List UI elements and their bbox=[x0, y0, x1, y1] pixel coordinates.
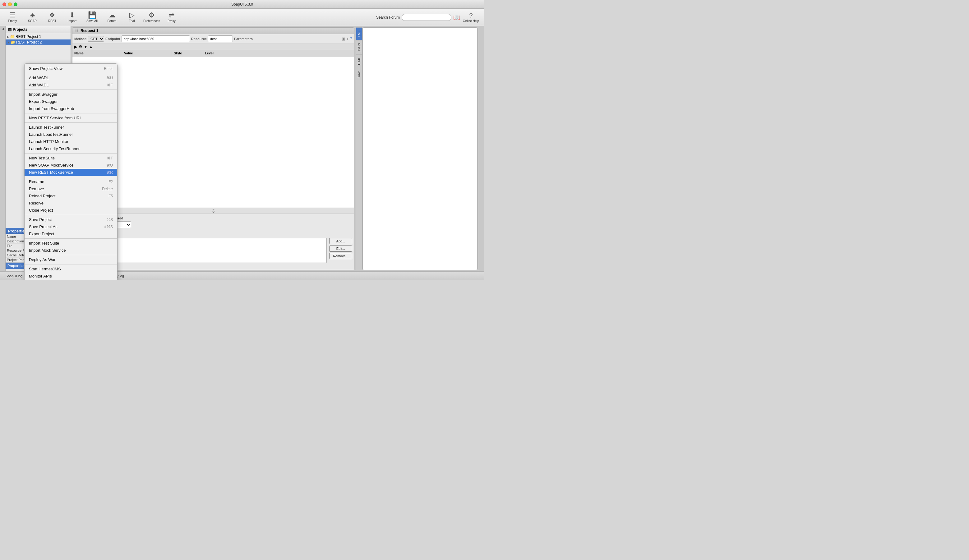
ctx-monitor-apis[interactable]: Monitor APIs bbox=[25, 273, 117, 280]
params-table-header: Name Value Style Level bbox=[72, 50, 354, 56]
run-icon[interactable]: ▶ bbox=[74, 45, 77, 49]
properties-tab-label: Properties bbox=[7, 264, 24, 268]
ctx-import-swagger-label: Import Swagger bbox=[29, 92, 113, 96]
toolbar-empty[interactable]: ☰ Empty bbox=[2, 10, 22, 25]
request-panel-titlebar: ⠿ Request 1 bbox=[72, 28, 354, 34]
vtab-xml[interactable]: XML bbox=[356, 28, 362, 40]
method-select[interactable]: GET bbox=[88, 36, 104, 42]
ctx-import-mock-service[interactable]: Import Mock Service bbox=[25, 247, 117, 254]
up-icon[interactable]: ▲ bbox=[89, 45, 93, 49]
forum-icon: ☁ bbox=[108, 12, 115, 19]
empty-label: Empty bbox=[8, 19, 17, 23]
nav-expand-icon[interactable]: ◀ bbox=[1, 27, 4, 30]
collapse-arrow[interactable]: ⇕ bbox=[211, 208, 215, 214]
toolbar-proxy[interactable]: ⇌ Proxy bbox=[162, 10, 181, 25]
search-book-icon[interactable]: 📖 bbox=[453, 14, 460, 21]
toolbar-trial[interactable]: ▷ Trial bbox=[122, 10, 142, 25]
request-panel-title: Request 1 bbox=[80, 28, 98, 33]
sidebar-item-rest-project-1[interactable]: ▶ 📁 REST Project 1 bbox=[6, 34, 71, 40]
ctx-deploy-as-war[interactable]: Deploy As War bbox=[25, 256, 117, 263]
ctx-new-testsuite[interactable]: New TestSuite ⌘T bbox=[25, 155, 117, 161]
preferences-icon: ⚙ bbox=[148, 12, 155, 19]
ctx-new-rest-mockservice-shortcut: ⌘R bbox=[106, 170, 113, 174]
ctx-add-wsdl[interactable]: Add WSDL ⌘U bbox=[25, 74, 117, 81]
ctx-export-project[interactable]: Export Project bbox=[25, 230, 117, 238]
param-add-icon[interactable]: + bbox=[346, 37, 349, 42]
vtab-json[interactable]: JSON bbox=[356, 40, 362, 54]
main-toolbar: ☰ Empty ◈ SOAP ❖ REST ⬇ Import 💾 Save Al… bbox=[0, 9, 484, 26]
toolbar-save-all[interactable]: 💾 Save All bbox=[82, 10, 102, 25]
preferences-label: Preferences bbox=[143, 19, 160, 23]
search-input[interactable] bbox=[402, 14, 451, 21]
ctx-launch-testrunner[interactable]: Launch TestRunner bbox=[25, 124, 117, 131]
ctx-new-testsuite-label: New TestSuite bbox=[29, 156, 107, 160]
param-help-icon[interactable]: ? bbox=[350, 37, 352, 42]
ctx-start-hermesjms[interactable]: Start HermesJMS bbox=[25, 265, 117, 273]
maximize-button[interactable] bbox=[14, 2, 17, 6]
ctx-show-project-view[interactable]: Show Project View Enter bbox=[25, 65, 117, 72]
vertical-tabs: XML JSON HTML Raw bbox=[356, 27, 363, 270]
endpoint-label: Endpoint bbox=[105, 37, 120, 41]
ctx-remove[interactable]: Remove Delete bbox=[25, 185, 117, 192]
help-icon: ? bbox=[469, 12, 473, 19]
ctx-reload-project[interactable]: Reload Project F5 bbox=[25, 192, 117, 199]
param-grid-icon[interactable]: ⊞ bbox=[342, 37, 345, 42]
ctx-separator-2 bbox=[25, 90, 117, 90]
ctx-save-project-as-label: Save Project As bbox=[29, 224, 103, 229]
toolbar-import[interactable]: ⬇ Import bbox=[62, 10, 82, 25]
close-button[interactable] bbox=[2, 2, 6, 6]
ctx-new-rest-service-from-uri[interactable]: New REST Service from URI bbox=[25, 115, 117, 121]
ctx-add-wadl[interactable]: Add WADL ⌘F bbox=[25, 81, 117, 88]
soap-label: SOAP bbox=[28, 19, 37, 23]
ctx-launch-security-testrunner-label: Launch Security TestRunner bbox=[29, 146, 113, 151]
help-label: Online Help bbox=[463, 19, 479, 23]
sidebar-item-rest-project-2[interactable]: ▼ 📁 REST Project 2 bbox=[6, 40, 71, 45]
sidebar-header: ▤ Projects bbox=[6, 26, 71, 33]
ctx-remove-label: Remove bbox=[29, 186, 102, 191]
minimize-button[interactable] bbox=[8, 2, 12, 6]
config-icon[interactable]: ⚙ bbox=[79, 45, 82, 49]
toolbar-preferences[interactable]: ⚙ Preferences bbox=[142, 10, 162, 25]
dropdown-icon[interactable]: ▼ bbox=[83, 45, 88, 49]
ctx-export-swagger-label: Export Swagger bbox=[29, 99, 113, 104]
param-action-icons: ⊞ + ? bbox=[342, 37, 352, 42]
ctx-resolve[interactable]: Resolve bbox=[25, 199, 117, 207]
ctx-launch-http-monitor[interactable]: Launch HTTP Monitor bbox=[25, 138, 117, 145]
trial-icon: ▷ bbox=[129, 12, 135, 19]
edit-button[interactable]: Edit... bbox=[329, 246, 352, 252]
ctx-save-project[interactable]: Save Project ⌘S bbox=[25, 216, 117, 223]
ctx-launch-security-testrunner[interactable]: Launch Security TestRunner bbox=[25, 145, 117, 152]
ctx-export-swagger[interactable]: Export Swagger bbox=[25, 98, 117, 105]
vtab-raw[interactable]: Raw bbox=[356, 69, 362, 81]
vtab-html[interactable]: HTML bbox=[356, 54, 362, 69]
ctx-new-rest-mockservice[interactable]: New REST MockService ⌘R bbox=[25, 169, 117, 176]
ctx-import-swagger[interactable]: Import Swagger bbox=[25, 91, 117, 98]
ctx-new-soap-mockservice[interactable]: New SOAP MockService ⌘O bbox=[25, 161, 117, 169]
remove-button[interactable]: Remove... bbox=[329, 253, 352, 259]
toolbar-forum[interactable]: ☁ Forum bbox=[102, 10, 122, 25]
toolbar-rest[interactable]: ❖ REST bbox=[42, 10, 62, 25]
ctx-reload-project-shortcut: F5 bbox=[108, 194, 113, 198]
ctx-import-from-swaggerhub[interactable]: Import from SwaggerHub bbox=[25, 105, 117, 112]
ctx-close-project[interactable]: Close Project bbox=[25, 207, 117, 214]
ctx-launch-loadtestrunner[interactable]: Launch LoadTestRunner bbox=[25, 131, 117, 138]
ctx-rename[interactable]: Rename F2 bbox=[25, 178, 117, 185]
trial-label: Trial bbox=[129, 19, 135, 23]
ctx-save-project-as[interactable]: Save Project As ⇧⌘S bbox=[25, 223, 117, 230]
panel-grip-icon: ⠿ bbox=[75, 28, 78, 33]
tree-expand-icon: ▶ bbox=[7, 35, 9, 38]
endpoint-input[interactable] bbox=[122, 35, 190, 42]
ctx-separator-9 bbox=[25, 255, 117, 255]
ctx-launch-loadtestrunner-label: Launch LoadTestRunner bbox=[29, 132, 113, 137]
resource-input[interactable] bbox=[208, 35, 233, 42]
online-help-button[interactable]: ? Online Help bbox=[460, 12, 482, 23]
project-1-label: REST Project 1 bbox=[15, 35, 41, 39]
ctx-import-test-suite[interactable]: Import Test Suite bbox=[25, 239, 117, 247]
ctx-reload-project-label: Reload Project bbox=[29, 194, 108, 198]
toolbar-soap[interactable]: ◈ SOAP bbox=[22, 10, 42, 25]
ctx-save-project-shortcut: ⌘S bbox=[107, 218, 113, 222]
import-icon: ⬇ bbox=[69, 12, 75, 19]
ctx-add-wsdl-label: Add WSDL bbox=[29, 75, 106, 80]
log-tab-soapui[interactable]: SoapUI log bbox=[2, 273, 25, 279]
add-button[interactable]: Add... bbox=[329, 238, 352, 244]
